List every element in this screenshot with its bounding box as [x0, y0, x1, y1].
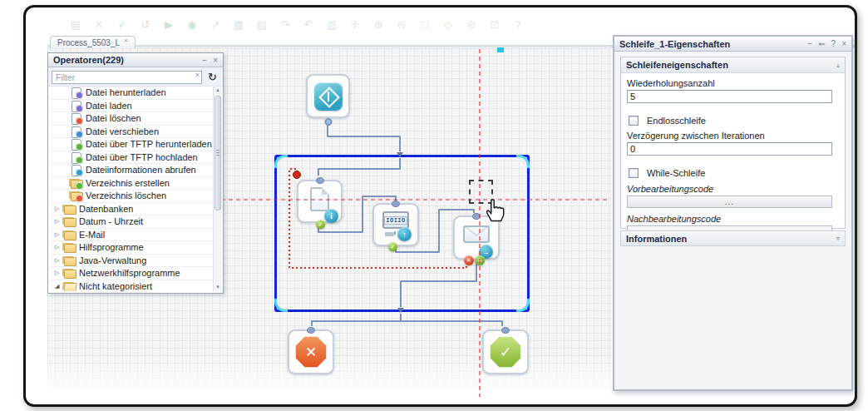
- paste-button[interactable]: ▧: [254, 17, 269, 32]
- hold-button[interactable]: ◉: [185, 17, 200, 32]
- scrollbar[interactable]: ▲ ▼: [213, 87, 222, 291]
- operator-icon: [71, 138, 81, 150]
- operator-row[interactable]: ▷ Java-Verwaltung: [49, 255, 215, 268]
- operator-row[interactable]: ▷ E-Mail: [49, 229, 215, 242]
- operator-icon: [71, 164, 81, 176]
- operator-label: Datei löschen: [86, 113, 141, 123]
- error-octagon-icon: ✕: [295, 336, 327, 368]
- operator-icon: [71, 126, 81, 137]
- zoom-reset-button[interactable]: ⊘: [464, 17, 479, 32]
- input-port[interactable]: [392, 201, 400, 207]
- tab-process[interactable]: Process_5503_L ×: [50, 36, 136, 48]
- operator-label: Datei laden: [86, 101, 132, 111]
- scroll-down-icon[interactable]: ▼: [214, 284, 222, 291]
- operator-row[interactable]: Dateiinformationen abrufen: [49, 164, 215, 177]
- repeat-count-label: Wiederholungsanzahl: [627, 78, 845, 88]
- minimize-icon[interactable]: −: [807, 39, 812, 48]
- operator-row[interactable]: Verzeichnis löschen: [49, 190, 215, 203]
- input-port[interactable]: [472, 213, 481, 220]
- redo-button[interactable]: ↷: [278, 17, 293, 32]
- select-add-button[interactable]: ✛: [348, 17, 362, 32]
- error-end-node[interactable]: ✕: [288, 329, 334, 374]
- terminal-operator-node[interactable]: IOIIO ↑ ✓: [372, 203, 419, 246]
- input-port[interactable]: [316, 177, 324, 184]
- collapse-icon[interactable]: ▿: [836, 235, 840, 242]
- operator-icon: [71, 177, 81, 189]
- undo-button[interactable]: ↶: [301, 17, 316, 32]
- report-button[interactable]: ▥: [324, 17, 339, 32]
- close-icon[interactable]: ×: [841, 39, 846, 48]
- tree-toggle-icon[interactable]: ◢: [55, 283, 64, 290]
- start-node[interactable]: [306, 74, 350, 118]
- repeat-count-input[interactable]: [627, 90, 832, 103]
- export-button[interactable]: ⊡: [487, 17, 502, 32]
- while-loop-checkbox[interactable]: [629, 168, 639, 178]
- selection-handle-icon[interactable]: [274, 299, 288, 312]
- endless-loop-checkbox[interactable]: [629, 116, 639, 126]
- tree-toggle-icon[interactable]: ▷: [55, 231, 64, 238]
- jump-button[interactable]: ↗: [208, 17, 223, 32]
- operator-row[interactable]: Datei löschen: [49, 112, 215, 126]
- validate-button[interactable]: ✓: [115, 17, 130, 32]
- output-port[interactable]: [324, 118, 332, 126]
- operator-label: Datei herunterladen: [86, 87, 166, 97]
- operator-icon: [64, 241, 75, 253]
- operator-row[interactable]: Verzeichnis erstellen: [49, 177, 215, 191]
- operator-row[interactable]: Datei über TFTP hochladen: [49, 151, 215, 165]
- file-operator-node[interactable]: i ✓: [297, 180, 343, 223]
- copy-button[interactable]: ▦: [231, 17, 246, 32]
- input-port[interactable]: [501, 327, 510, 334]
- delay-label: Verzögerung zwischen Iterationen: [627, 131, 845, 141]
- operator-row[interactable]: ▷ Datum - Uhrzeit: [49, 215, 215, 229]
- zoom-in-button[interactable]: ⊕: [371, 17, 386, 32]
- refresh-icon[interactable]: ↻: [205, 70, 219, 84]
- tree-toggle-icon[interactable]: ▷: [55, 270, 64, 276]
- scroll-up-icon[interactable]: ▲: [214, 87, 222, 94]
- success-octagon-icon: ✓: [490, 336, 521, 368]
- tree-toggle-icon[interactable]: ▷: [55, 257, 64, 264]
- dock-icon[interactable]: ⇐: [818, 39, 825, 48]
- tab-close-icon[interactable]: ×: [124, 37, 128, 44]
- clear-filter-icon[interactable]: ×: [195, 71, 200, 79]
- run-button[interactable]: ▶: [161, 17, 176, 32]
- save-button[interactable]: ▤: [68, 17, 83, 32]
- scrollbar-thumb[interactable]: [215, 96, 221, 210]
- selection-handle-icon[interactable]: [516, 155, 530, 168]
- fit-view-button[interactable]: ◻: [417, 17, 432, 32]
- delete-button[interactable]: ✕: [91, 17, 106, 32]
- operator-row[interactable]: ◢ Nicht kategorisiert: [49, 280, 215, 292]
- selection-handle-icon[interactable]: [516, 299, 530, 312]
- tree-toggle-icon[interactable]: ▷: [55, 244, 64, 250]
- information-section-header[interactable]: Informationen ▿: [620, 230, 846, 246]
- pre-processing-edit-button[interactable]: ...: [627, 196, 832, 208]
- input-port[interactable]: [307, 327, 315, 334]
- tree-toggle-icon[interactable]: ▷: [55, 218, 64, 225]
- zoom-out-button[interactable]: ⊖: [394, 17, 409, 32]
- operator-row[interactable]: Datei über TFTP herunterladen: [49, 138, 215, 151]
- endless-loop-label: Endlosschleife: [647, 116, 706, 126]
- close-icon[interactable]: ×: [213, 56, 218, 65]
- help-button[interactable]: ?: [510, 17, 525, 32]
- filter-input[interactable]: [52, 71, 202, 84]
- minimize-icon[interactable]: −: [202, 56, 207, 65]
- operator-row[interactable]: Datei herunterladen: [49, 87, 215, 100]
- operator-row[interactable]: ▷ Hilfsprogramme: [49, 241, 215, 255]
- tree-toggle-icon[interactable]: ▷: [55, 206, 64, 212]
- delay-input[interactable]: [627, 142, 832, 156]
- properties-panel-title: Schleife_1-Eigenschaften: [619, 39, 730, 49]
- operator-icon: [64, 255, 75, 266]
- selection-handle-icon[interactable]: [274, 155, 288, 168]
- section-header[interactable]: Schleifeneigenschaften ▵: [621, 57, 845, 73]
- collapse-icon[interactable]: ▵: [836, 62, 840, 69]
- revert-button[interactable]: ↺: [138, 17, 153, 32]
- operator-icon: [71, 100, 81, 111]
- operator-row[interactable]: Datei laden: [49, 100, 215, 113]
- envelope-icon: [463, 225, 490, 243]
- operator-row[interactable]: Datei verschieben: [49, 126, 215, 139]
- success-end-node[interactable]: ✓: [482, 329, 529, 374]
- pan-button[interactable]: ◇: [441, 17, 456, 32]
- help-icon[interactable]: ?: [831, 39, 836, 48]
- operator-label: Java-Verwaltung: [79, 255, 146, 265]
- operator-row[interactable]: ▷ Netzwerkhilfsprogramme: [49, 267, 215, 280]
- operator-row[interactable]: ▷ Datenbanken: [49, 203, 215, 216]
